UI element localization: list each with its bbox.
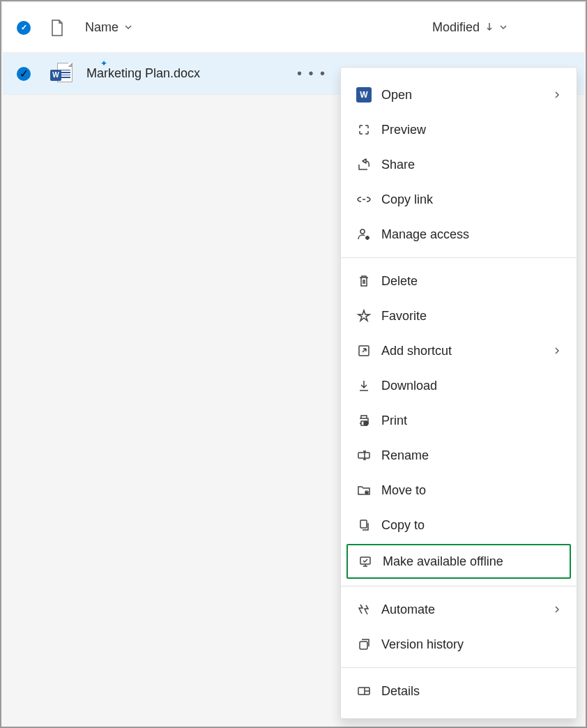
checkmark-icon: ✓	[20, 67, 29, 80]
word-file-icon: W	[50, 63, 73, 85]
menu-label: Details	[381, 684, 420, 699]
menu-copy-link[interactable]: Copy link	[341, 182, 577, 217]
menu-label: Favorite	[381, 309, 427, 324]
app-frame: ✓ Name Modified	[0, 0, 587, 728]
menu-manage-access[interactable]: Manage access	[341, 217, 577, 252]
word-icon: W	[356, 87, 372, 103]
menu-print[interactable]: Print	[341, 403, 577, 438]
file-name[interactable]: Marketing Plan.docx	[86, 66, 200, 81]
print-icon	[356, 413, 372, 428]
menu-label: Print	[381, 414, 407, 428]
column-header: ✓ Name Modified	[3, 3, 584, 53]
menu-label: Preview	[381, 123, 426, 137]
automate-icon	[356, 602, 372, 617]
menu-label: Download	[381, 379, 437, 393]
menu-make-available-offline[interactable]: Make available offline	[346, 544, 571, 579]
menu-divider	[341, 586, 577, 586]
menu-open[interactable]: W Open	[341, 77, 577, 112]
menu-label: Add shortcut	[381, 344, 452, 358]
menu-divider	[341, 257, 577, 258]
menu-add-shortcut[interactable]: Add shortcut	[341, 333, 577, 368]
new-sparkle-icon: ✦	[100, 59, 107, 68]
version-history-icon	[356, 637, 372, 652]
chevron-right-icon	[553, 602, 561, 617]
name-column-header[interactable]: Name	[85, 20, 132, 35]
row-checkbox[interactable]: ✓	[17, 67, 31, 81]
svg-rect-8	[360, 642, 367, 649]
menu-label: Open	[381, 88, 412, 103]
manage-access-icon	[356, 227, 372, 242]
preview-icon	[356, 122, 372, 137]
menu-automate[interactable]: Automate	[341, 592, 577, 627]
star-icon	[356, 308, 372, 324]
offline-icon	[358, 554, 373, 569]
menu-version-history[interactable]: Version history	[341, 627, 577, 662]
chevron-down-icon	[124, 20, 132, 35]
download-icon	[356, 378, 372, 393]
chevron-down-icon	[499, 20, 508, 35]
svg-rect-4	[358, 453, 369, 458]
menu-label: Manage access	[381, 227, 469, 242]
svg-point-3	[364, 421, 368, 425]
chevron-right-icon	[553, 88, 561, 103]
menu-share[interactable]: Share	[341, 147, 577, 182]
svg-point-0	[360, 229, 365, 234]
menu-rename[interactable]: Rename	[341, 438, 577, 473]
sort-down-icon	[485, 20, 494, 35]
select-all-checkbox[interactable]: ✓	[17, 21, 31, 35]
move-icon	[356, 483, 372, 498]
menu-move-to[interactable]: Move to	[341, 473, 577, 508]
menu-label: Copy link	[381, 192, 433, 207]
svg-rect-6	[360, 520, 367, 528]
svg-point-1	[366, 236, 369, 239]
menu-delete[interactable]: Delete	[341, 264, 577, 298]
chevron-right-icon	[553, 344, 561, 358]
file-type-column-icon[interactable]	[50, 20, 64, 36]
menu-favorite[interactable]: Favorite	[341, 298, 577, 333]
menu-preview[interactable]: Preview	[341, 112, 577, 147]
menu-label: Automate	[381, 602, 435, 617]
shortcut-icon	[356, 343, 372, 358]
share-icon	[356, 157, 372, 172]
menu-label: Move to	[381, 483, 426, 498]
link-icon	[356, 192, 372, 207]
menu-label: Rename	[381, 448, 429, 463]
delete-icon	[356, 273, 372, 289]
rename-icon	[356, 448, 372, 463]
details-icon	[356, 683, 372, 699]
menu-download[interactable]: Download	[341, 368, 577, 403]
context-menu: W Open Preview Share	[340, 67, 577, 719]
file-browser-window: ✓ Name Modified	[3, 3, 584, 725]
menu-details[interactable]: Details	[341, 674, 577, 708]
menu-label: Delete	[381, 274, 418, 289]
menu-label: Copy to	[381, 518, 425, 533]
modified-column-header[interactable]: Modified	[432, 20, 508, 35]
modified-column-label: Modified	[432, 20, 480, 35]
more-actions-button[interactable]: • • •	[297, 66, 326, 82]
checkmark-icon: ✓	[21, 23, 27, 32]
copy-icon	[356, 517, 372, 533]
menu-divider	[341, 667, 577, 668]
menu-label: Make available offline	[383, 554, 503, 569]
menu-copy-to[interactable]: Copy to	[341, 508, 577, 543]
menu-label: Version history	[381, 637, 464, 652]
menu-label: Share	[381, 158, 415, 172]
name-column-label: Name	[85, 20, 119, 35]
